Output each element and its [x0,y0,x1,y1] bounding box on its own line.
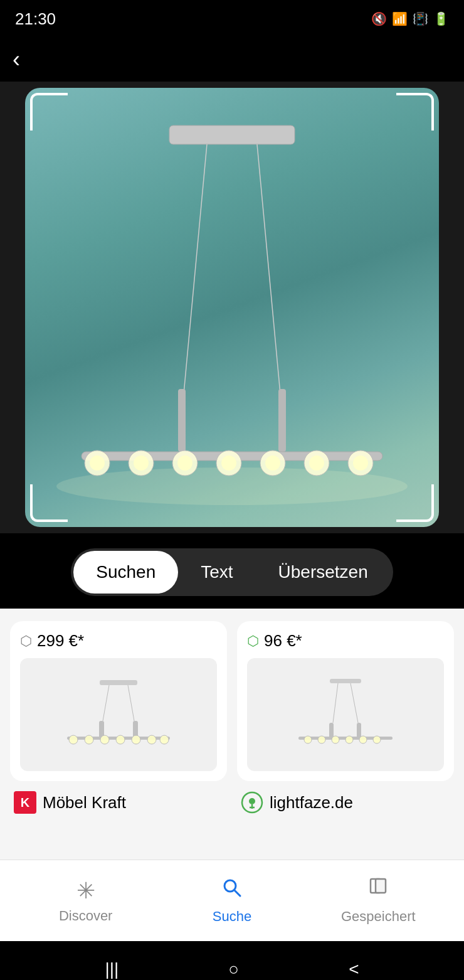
svg-rect-38 [357,723,361,738]
signal-icon: 📳 [413,11,428,26]
discover-label: Discover [59,908,113,924]
svg-point-17 [309,455,324,471]
bracket-bottom-right [396,484,434,522]
svg-rect-37 [329,723,334,738]
results-area: ⬡ 299 €* [0,609,464,860]
vendor-row-1: K Möbel Kraft [10,791,227,814]
svg-point-28 [85,735,93,744]
lamp-image [25,88,439,527]
svg-rect-0 [169,125,295,144]
price-tag-2: ⬡ 96 €* [247,631,444,651]
battery-icon: 🔋 [433,11,449,26]
price-icon-2: ⬡ [247,633,259,649]
vendor-rows: K Möbel Kraft lightfaze.de [10,791,454,814]
svg-line-2 [257,144,282,414]
svg-line-23 [128,685,134,721]
gespeichert-label: Gespeichert [341,908,416,925]
wifi-icon: 📶 [392,11,408,26]
vendor-row-2: lightfaze.de [237,791,454,814]
svg-point-41 [318,736,325,743]
price-icon-1: ⬡ [20,633,32,649]
back-system-button[interactable]: < [349,959,359,979]
discover-icon: ✳ [76,878,95,904]
results-grid: ⬡ 299 €* [10,621,454,781]
status-icons: 🔇 📶 📳 🔋 [371,11,449,26]
svg-point-44 [359,736,367,743]
svg-line-51 [235,890,240,896]
uebersetzen-button[interactable]: Übersetzen [256,551,391,594]
status-time: 21:30 [15,9,56,29]
svg-point-29 [100,735,109,744]
result-card-1[interactable]: ⬡ 299 €* [10,621,227,781]
suche-label: Suche [213,908,251,925]
top-bar: ‹ [0,38,464,82]
svg-point-45 [373,736,381,743]
nav-discover[interactable]: ✳ Discover [13,878,159,924]
svg-rect-4 [278,389,286,452]
recents-button[interactable]: ||| [105,959,119,979]
vendor-name-1: Möbel Kraft [43,793,126,812]
home-bar: ||| ○ < [0,941,464,980]
svg-point-7 [90,455,105,471]
svg-rect-53 [376,879,386,893]
status-bar: 21:30 🔇 📶 📳 🔋 [0,0,464,38]
action-bar: Suchen Text Übersetzen [0,533,464,609]
back-button[interactable]: ‹ [13,48,20,71]
svg-point-42 [332,736,339,743]
svg-point-43 [345,736,353,743]
result-img-1 [20,658,217,771]
svg-point-20 [56,467,408,505]
svg-line-22 [103,685,109,721]
home-button[interactable]: ○ [228,959,239,979]
result-img-2 [247,658,444,771]
search-icon [221,876,243,905]
vendor-name-2: lightfaze.de [270,793,353,812]
svg-point-19 [353,455,368,471]
scan-frame [25,88,439,527]
camera-area [0,82,464,533]
svg-point-31 [132,735,140,744]
saved-icon [367,876,389,905]
result-card-2[interactable]: ⬡ 96 €* [237,621,454,781]
bracket-bottom-left [30,484,68,522]
svg-point-33 [160,735,169,744]
suchen-button[interactable]: Suchen [73,551,178,594]
price-tag-1: ⬡ 299 €* [20,631,217,651]
svg-rect-34 [330,679,361,683]
nav-suche[interactable]: Suche [159,876,305,925]
price-value-2: 96 €* [264,631,302,651]
svg-point-47 [249,798,255,804]
lightfaze-logo [241,791,263,814]
svg-point-30 [116,735,125,744]
svg-point-27 [69,735,78,744]
svg-point-9 [134,455,149,471]
action-pill: Suchen Text Übersetzen [71,548,393,596]
bracket-top-right [396,93,434,130]
svg-rect-21 [100,680,137,685]
bracket-top-left [30,93,68,130]
mute-icon: 🔇 [371,11,387,26]
nav-gespeichert[interactable]: Gespeichert [305,876,451,925]
svg-point-32 [147,735,156,744]
svg-rect-3 [178,389,186,452]
bottom-nav: ✳ Discover Suche Gespeichert [0,860,464,941]
price-value-1: 299 €* [37,631,84,651]
svg-line-36 [351,683,358,723]
text-button[interactable]: Text [178,551,255,594]
mobel-kraft-logo: K [14,791,36,814]
svg-line-35 [333,683,338,723]
svg-line-1 [182,144,207,414]
svg-point-40 [304,736,312,743]
